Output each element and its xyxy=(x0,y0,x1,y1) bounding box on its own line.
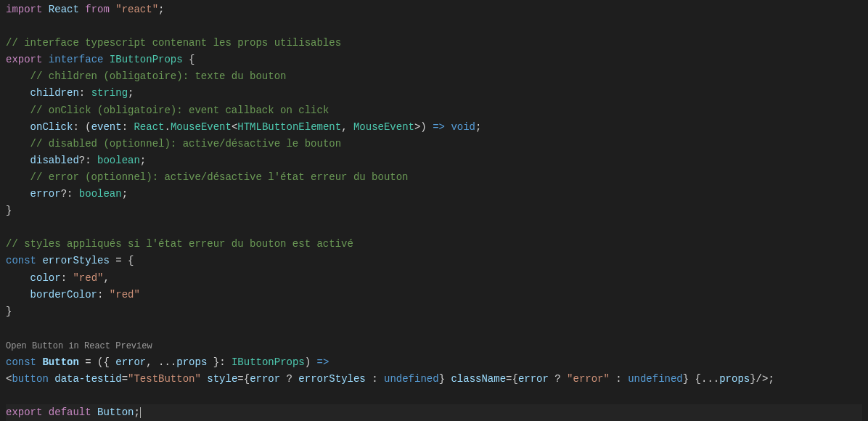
colon: : xyxy=(73,121,78,133)
paren: ) xyxy=(305,356,317,368)
code-line: // children (obligatoire): texte du bout… xyxy=(6,68,862,85)
brace: { xyxy=(512,373,517,385)
string: "TestButton" xyxy=(128,373,201,385)
code-line-cursor: export default Button; xyxy=(6,404,862,421)
type: MouseEvent xyxy=(171,121,232,133)
ident-react: React xyxy=(49,4,79,15)
prop-bordercolor: borderColor xyxy=(30,289,97,301)
colon: : xyxy=(79,87,85,99)
ident: error xyxy=(250,373,280,385)
code-line: color: "red", xyxy=(6,270,862,287)
comment: // styles appliqués si l'état erreur du … xyxy=(6,238,353,250)
code-editor[interactable]: import React from "react"; // interface … xyxy=(6,1,862,421)
string: "red" xyxy=(110,289,140,301)
codelens-open-preview[interactable]: Open Button in React Preview xyxy=(6,337,862,354)
ident: props xyxy=(719,373,750,385)
jsx-tag: button xyxy=(12,373,48,385)
brace: } xyxy=(6,205,12,216)
code-line: // onClick (obligatoire): event callback… xyxy=(6,102,862,119)
param-error: error xyxy=(115,356,146,368)
paren: ( xyxy=(79,121,91,133)
code-line: // error (optionnel): active/désactive l… xyxy=(6,169,862,186)
brace: } xyxy=(750,373,756,385)
comma: , xyxy=(103,272,109,284)
eq: = ({ xyxy=(79,356,115,368)
prop-error: error xyxy=(30,188,61,200)
semi: ; xyxy=(122,188,128,200)
tag-close: />; xyxy=(756,373,774,385)
code-line: // styles appliqués si l'état erreur du … xyxy=(6,236,862,253)
keyword-export: export xyxy=(6,406,42,418)
colon: : xyxy=(61,272,67,284)
optional: ? xyxy=(79,155,85,166)
brace: } xyxy=(683,373,689,385)
colon: : xyxy=(85,155,91,166)
type: boolean xyxy=(79,188,122,200)
colon: : xyxy=(610,373,628,385)
prop-children: children xyxy=(30,87,79,99)
code-line-blank xyxy=(6,388,862,404)
string: "red" xyxy=(73,272,103,284)
semi: ; xyxy=(475,121,481,133)
var-name: errorStyles xyxy=(42,255,109,266)
eq: = xyxy=(237,373,243,385)
keyword-from: from xyxy=(85,4,110,15)
code-line: } xyxy=(6,303,862,320)
type: IButtonProps xyxy=(232,356,305,368)
ident: errorStyles xyxy=(298,373,365,385)
undefined: undefined xyxy=(384,373,439,385)
code-line: import React from "react"; xyxy=(6,1,862,18)
code-line: const errorStyles = { xyxy=(6,253,862,269)
semi: ; xyxy=(140,155,146,166)
code-line: error?: boolean; xyxy=(6,186,862,203)
ternary: ? xyxy=(280,373,298,385)
prop-onclick: onClick xyxy=(30,121,73,133)
attr: className xyxy=(451,373,506,385)
keyword-const: const xyxy=(6,255,36,266)
string-literal: "react" xyxy=(115,4,158,15)
type: boolean xyxy=(97,155,140,166)
keyword-const: const xyxy=(6,356,36,368)
type: MouseEvent xyxy=(353,121,414,133)
spread: , ... xyxy=(146,356,176,368)
keyword-default: default xyxy=(49,406,91,418)
brace: { xyxy=(244,373,250,385)
keyword-import: import xyxy=(6,4,42,15)
string: "error" xyxy=(567,373,610,385)
text-cursor-icon xyxy=(140,407,141,418)
colon: : xyxy=(219,356,225,368)
type-name: IButtonProps xyxy=(110,54,183,65)
prop-disabled: disabled xyxy=(30,155,79,166)
ident: error xyxy=(518,373,549,385)
comment: // interface typescript contenant les pr… xyxy=(6,37,341,49)
eq-brace: = { xyxy=(110,255,134,266)
gt: >) xyxy=(414,121,433,133)
brace: { xyxy=(183,54,195,65)
comment: // onClick (obligatoire): event callback… xyxy=(30,105,329,116)
code-line: } xyxy=(6,203,862,219)
semi: ; xyxy=(134,406,139,418)
code-line: // interface typescript contenant les pr… xyxy=(6,35,862,52)
optional: ? xyxy=(61,188,67,200)
attr: data-testid xyxy=(54,373,121,385)
colon: : xyxy=(366,373,384,385)
param: event xyxy=(91,121,122,133)
prop-color: color xyxy=(30,272,61,284)
arrow: => xyxy=(433,121,445,133)
comment: // error (optionnel): active/désactive l… xyxy=(30,171,409,183)
ternary: ? xyxy=(549,373,567,385)
type: HTMLButtonElement xyxy=(237,121,341,133)
code-line: onClick: (event: React.MouseEvent<HTMLBu… xyxy=(6,119,862,136)
code-line: const Button = ({ error, ...props }: IBu… xyxy=(6,354,862,371)
keyword-export: export xyxy=(6,54,42,65)
type: React xyxy=(134,121,164,133)
brace: } xyxy=(439,373,445,385)
semi: ; xyxy=(128,87,134,99)
keyword-interface: interface xyxy=(49,54,104,65)
code-line-blank xyxy=(6,320,862,337)
code-line: disabled?: boolean; xyxy=(6,152,862,169)
comment: // disabled (optionnel): active/désactiv… xyxy=(30,138,341,150)
brace: } xyxy=(6,306,12,317)
code-line: children: string; xyxy=(6,85,862,102)
type: string xyxy=(91,87,128,99)
